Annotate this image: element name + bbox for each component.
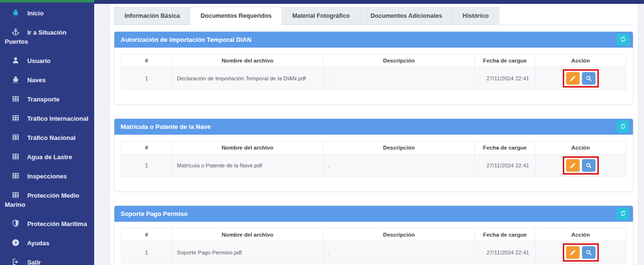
refresh-icon: [619, 210, 627, 218]
upload-date-cell: 27/11/2024 22:41: [475, 67, 535, 90]
view-button[interactable]: [582, 159, 595, 172]
upload-date-cell: 27/11/2024 22:41: [475, 154, 535, 177]
tab-material-fotografico[interactable]: Material Fotográfico: [282, 7, 360, 25]
sidebar-item-salir[interactable]: Salir: [0, 253, 94, 265]
sidebar-item-label: Protección Marítima: [27, 220, 87, 227]
user-icon: [12, 56, 20, 64]
panel-header: Soporte Pago Permiso: [114, 206, 633, 222]
refresh-button[interactable]: [617, 121, 629, 133]
table-header-row: #Nombre del archivoDescripciónFecha de c…: [122, 141, 626, 154]
action-cell: [535, 154, 626, 177]
column-header: Descripción: [323, 228, 475, 241]
refresh-button[interactable]: [617, 208, 629, 220]
tab-informacion-basica[interactable]: Información Básica: [114, 7, 190, 25]
column-header: Acción: [535, 141, 626, 154]
sidebar-item-ir-a-situacion-puertos[interactable]: Ir a Situación Puertos: [0, 23, 94, 51]
file-name-cell: Soporte Pago Permiso.pdf: [172, 241, 323, 264]
sidebar-item-inicio[interactable]: Inicio: [0, 4, 94, 23]
tab-bar: Información Básica Documentos Requeridos…: [114, 7, 633, 25]
column-header: Acción: [535, 54, 626, 67]
sidebar-item-label: Inspecciones: [27, 173, 67, 180]
svg-text:?: ?: [14, 240, 17, 245]
table-icon: [12, 191, 20, 199]
edit-button[interactable]: [566, 246, 580, 259]
sidebar-item-label: Tráfico Nacional: [27, 134, 75, 141]
column-header: Descripción: [323, 54, 475, 67]
sidebar-item-transporte[interactable]: Transporte: [0, 90, 94, 109]
topbar-navy-strip: [94, 0, 644, 4]
file-name-cell: Declaración de Importación Temporal de l…: [172, 67, 323, 90]
table-icon: [12, 95, 20, 103]
sidebar-item-proteccion-medio-marino[interactable]: Protección Medio Marino: [0, 186, 94, 215]
panel-matricula-o-patente-de-la-nave: Matrícula o Patente de la Nave #Nombre d…: [114, 118, 633, 192]
documents-table: #Nombre del archivoDescripciónFecha de c…: [121, 54, 626, 90]
sidebar-item-inspecciones[interactable]: Inspecciones: [0, 167, 94, 186]
sidebar-item-trafico-nacional[interactable]: Tráfico Nacional: [0, 128, 94, 148]
tab-historico[interactable]: Histórico: [452, 7, 499, 25]
refresh-icon: [619, 123, 627, 131]
anchor-icon: [12, 28, 20, 36]
sidebar-item-naves[interactable]: Naves: [0, 71, 94, 90]
column-header: Nombre del archivo: [172, 228, 323, 241]
panel-body: #Nombre del archivoDescripciónFecha de c…: [114, 135, 633, 191]
ship-icon: [12, 9, 20, 17]
sidebar-item-label: Usuario: [27, 57, 50, 64]
column-header: #: [122, 228, 172, 241]
description-cell: .: [323, 67, 475, 90]
column-header: Fecha de cargue: [475, 228, 535, 241]
table-icon: [12, 172, 20, 180]
sidebar-item-agua-de-lastre[interactable]: Agua de Lastre: [0, 148, 94, 167]
red-highlight-box: [563, 156, 599, 175]
column-header: Fecha de cargue: [475, 141, 535, 154]
row-number-cell: 1: [122, 154, 172, 177]
content-card: Información Básica Documentos Requeridos…: [110, 4, 638, 265]
column-header: Descripción: [323, 141, 475, 154]
view-button[interactable]: [582, 72, 595, 85]
column-header: Nombre del archivo: [172, 141, 323, 154]
sidebar-item-proteccion-maritima[interactable]: Protección Marítima: [0, 215, 94, 234]
pencil-icon: [570, 75, 576, 82]
column-header: Acción: [535, 228, 626, 241]
tab-documentos-adicionales[interactable]: Documentos Adicionales: [360, 7, 453, 25]
sidebar-item-label: Tráfico Internacional: [27, 115, 88, 122]
sidebar-item-label: Agua de Lastre: [27, 153, 72, 161]
action-cell: [535, 241, 626, 264]
sidebar-item-ayudas[interactable]: ? Ayudas: [0, 234, 94, 253]
tab-documentos-requeridos[interactable]: Documentos Requeridos: [190, 7, 282, 25]
view-button[interactable]: [582, 246, 595, 259]
table-row: 1 Declaración de Importación Temporal de…: [122, 67, 626, 90]
search-icon: [585, 75, 592, 82]
panels-container: Autorización de Importación Temporal DIA…: [114, 25, 633, 265]
pencil-icon: [570, 162, 576, 169]
description-cell: .: [323, 154, 475, 177]
edit-button[interactable]: [566, 159, 580, 172]
row-number-cell: 1: [122, 67, 172, 90]
panel-title: Soporte Pago Permiso: [121, 210, 617, 217]
ship-icon: [12, 76, 20, 84]
refresh-button[interactable]: [617, 34, 629, 46]
sidebar-menu: Inicio Ir a Situación Puertos Usuario Na…: [0, 2, 94, 265]
column-header: #: [122, 54, 172, 67]
row-number-cell: 1: [122, 241, 172, 264]
table-header-row: #Nombre del archivoDescripciónFecha de c…: [122, 54, 626, 67]
documents-table: #Nombre del archivoDescripciónFecha de c…: [121, 141, 626, 177]
description-cell: .: [323, 241, 475, 264]
panel-title: Matrícula o Patente de la Nave: [121, 123, 617, 130]
sidebar-item-trafico-internacional[interactable]: Tráfico Internacional: [0, 109, 94, 128]
main-content: Información Básica Documentos Requeridos…: [94, 4, 644, 265]
topbar-green-strip: [0, 0, 94, 2]
panel-header: Autorización de Importación Temporal DIA…: [114, 32, 633, 48]
panel-soporte-pago-permiso: Soporte Pago Permiso #Nombre del archivo…: [114, 205, 633, 265]
column-header: Fecha de cargue: [475, 54, 535, 67]
panel-body: #Nombre del archivoDescripciónFecha de c…: [114, 48, 633, 104]
table-header-row: #Nombre del archivoDescripciónFecha de c…: [122, 228, 626, 241]
search-icon: [585, 162, 592, 169]
sidebar-item-label: Naves: [27, 76, 46, 84]
column-header: Nombre del archivo: [172, 54, 323, 67]
sidebar-item-usuario[interactable]: Usuario: [0, 51, 94, 71]
edit-button[interactable]: [566, 72, 580, 85]
file-name-cell: Matrícula o Patente de la Nave.pdf: [172, 154, 323, 177]
table-icon: [12, 114, 20, 122]
table-row: 1 Soporte Pago Permiso.pdf . 27/11/2024 …: [122, 241, 626, 264]
panel-autorizacion-de-importacion-temporal-dian: Autorización de Importación Temporal DIA…: [114, 31, 633, 105]
